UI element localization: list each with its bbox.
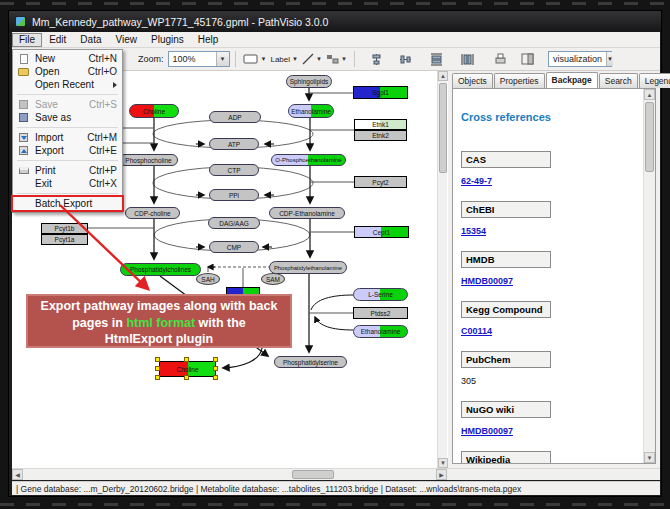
crossref-link-nugo[interactable]: HMDB00097 (461, 426, 631, 436)
node-adp[interactable]: ADP (209, 111, 261, 123)
node-l-serine[interactable]: L-Serine (353, 288, 408, 301)
node-choline[interactable]: Choline (129, 104, 179, 118)
annotation-line3: HtmlExport plugin (105, 332, 213, 346)
menu-plugins[interactable]: Plugins (144, 33, 191, 47)
menu-item-label: Exit (35, 178, 89, 189)
tab-properties[interactable]: Properties (494, 73, 545, 88)
scroll-up-icon[interactable]: ▲ (644, 89, 655, 100)
node-dag-aag[interactable]: DAG/AAG (208, 217, 260, 229)
node-o-phosphoethanolamine[interactable]: O-Phosphoethanolamine (271, 154, 346, 166)
selection-handle[interactable] (213, 357, 218, 362)
menu-help[interactable]: Help (191, 33, 226, 47)
crossref-link-chebi[interactable]: 15354 (461, 226, 631, 236)
file-menu-batch-export[interactable]: Batch Export (13, 197, 122, 210)
canvas-hscrollbar[interactable]: ◀ ▶ (12, 468, 660, 480)
node-cdp-ethanolamine[interactable]: CDP-Ethanolamine (269, 207, 345, 219)
node-ethanolamine-lower[interactable]: Ethanolamine (353, 325, 408, 338)
tab-backpage[interactable]: Backpage (546, 72, 598, 88)
align-center-button[interactable] (368, 50, 386, 68)
selection-handle[interactable] (184, 375, 189, 380)
node-cdp-choline[interactable]: CDP-choline (125, 207, 180, 219)
menu-view[interactable]: View (108, 33, 144, 47)
selection-handle[interactable] (155, 357, 160, 362)
chevron-down-icon[interactable]: ▼ (606, 52, 613, 66)
file-menu-import[interactable]: Import Ctrl+M (13, 131, 122, 144)
node-phosphocholine[interactable]: Phosphocholine (119, 154, 178, 166)
titlebar[interactable]: Mm_Kennedy_pathway_WP1771_45176.gpml - P… (9, 11, 661, 32)
align-middle-button[interactable] (397, 50, 415, 68)
scroll-right-icon[interactable]: ▶ (436, 469, 447, 480)
crossref-link-kegg[interactable]: C00114 (461, 326, 631, 336)
menu-item-label: Print (35, 165, 89, 176)
selection-handle[interactable] (155, 375, 160, 380)
node-etnk2[interactable]: Etnk2 (354, 130, 407, 141)
node-label: Ethanolamine (361, 328, 401, 335)
annotation-highlight: html format (126, 316, 195, 330)
selection-handle[interactable] (213, 375, 218, 380)
crossref-header-kegg: Kegg Compound (461, 301, 551, 318)
node-cmp[interactable]: CMP (209, 241, 259, 253)
desktop: Mm_Kennedy_pathway_WP1771_45176.gpml - P… (0, 0, 670, 509)
selection-handle[interactable] (155, 366, 160, 371)
menu-data[interactable]: Data (73, 33, 108, 47)
visualization-combobox[interactable]: visualization ▼ (548, 51, 612, 67)
chevron-down-icon[interactable]: ▼ (216, 52, 229, 66)
node-pcyt2[interactable]: Pcyt2 (354, 176, 407, 188)
common-width-icon (461, 53, 474, 66)
node-etnk1[interactable]: Etnk1 (354, 119, 407, 130)
selection-handle[interactable] (213, 366, 218, 371)
node-ctp[interactable]: CTP (209, 164, 259, 176)
annotation-line2-pre: pages in (72, 316, 123, 330)
file-menu-new[interactable]: New Ctrl+N (13, 52, 122, 65)
scroll-thumb[interactable] (292, 470, 334, 479)
selection-handle[interactable] (184, 357, 189, 362)
file-menu-exit[interactable]: Exit Ctrl+X (13, 177, 122, 190)
menu-edit[interactable]: Edit (42, 33, 73, 47)
crossref-link-hmdb[interactable]: HMDB00097 (461, 276, 631, 286)
crossref-link-cas[interactable]: 62-49-7 (461, 176, 631, 186)
node-sphingolipids[interactable]: Sphingolipids (286, 75, 332, 88)
node-sgpl1[interactable]: Sgpl1 (353, 86, 408, 99)
label-tool-text: Label (270, 55, 290, 64)
common-height-icon (430, 53, 443, 66)
node-ptdss2[interactable]: Ptdss2 (353, 307, 408, 319)
common-width-button[interactable] (459, 50, 477, 68)
node-sah[interactable]: SAH (196, 273, 220, 285)
backpage-scrollbar[interactable]: ▲ ▼ (643, 89, 655, 463)
align-middle-icon (399, 53, 412, 66)
side-panel-toggle-button[interactable] (519, 50, 537, 68)
scroll-left-icon[interactable]: ◀ (12, 469, 23, 480)
node-ppi[interactable]: PPi (209, 189, 259, 201)
menu-item-shortcut: Ctrl+M (87, 132, 117, 143)
scroll-down-icon[interactable]: ▼ (644, 452, 655, 463)
node-ethanolamine[interactable]: Ethanolamine (288, 104, 334, 118)
menu-file[interactable]: File (12, 33, 42, 47)
file-menu-open[interactable]: Open Ctrl+O (13, 65, 122, 78)
file-menu-save-as[interactable]: Save as (13, 111, 122, 124)
node-sam[interactable]: SAM (261, 273, 285, 285)
gene-datanode-button[interactable]: ▼ (242, 50, 268, 68)
tab-search[interactable]: Search (599, 73, 638, 88)
tab-legend[interactable]: Legend (639, 73, 670, 88)
crossref-header-pubchem: PubChem (461, 351, 551, 368)
node-pcyt1b[interactable]: Pcyt1b (41, 223, 88, 234)
node-phosphatidylethanolamine[interactable]: Phosphatidylethanolamine (269, 261, 347, 274)
common-height-button[interactable] (428, 50, 446, 68)
zoom-combobox[interactable]: 100% ▼ (168, 51, 230, 67)
node-cept1[interactable]: Cept1 (354, 226, 409, 238)
shape-tool-button[interactable]: ▼ (325, 50, 348, 68)
menu-item-shortcut: Ctrl+S (89, 99, 117, 110)
export-image-button[interactable] (492, 50, 510, 68)
file-menu-open-recent[interactable]: Open Recent (13, 78, 122, 91)
node-pcyt1a[interactable]: Pcyt1a (41, 234, 88, 245)
node-phosphatidylserine[interactable]: Phosphatidylserine (274, 356, 347, 368)
file-menu-print[interactable]: Print Ctrl+P (13, 164, 122, 177)
node-atp[interactable]: ATP (209, 138, 259, 150)
label-tool-button[interactable]: Label ▼ (269, 50, 299, 68)
node-phosphatidylcholines[interactable]: Phosphatidylcholines (120, 263, 201, 276)
scroll-thumb[interactable] (645, 102, 654, 172)
file-menu-export[interactable]: Export Ctrl+E (13, 144, 122, 157)
tab-objects[interactable]: Objects (452, 73, 493, 88)
line-tool-button[interactable]: ▼ (301, 50, 323, 68)
node-label: Pcyt1b (55, 225, 75, 232)
